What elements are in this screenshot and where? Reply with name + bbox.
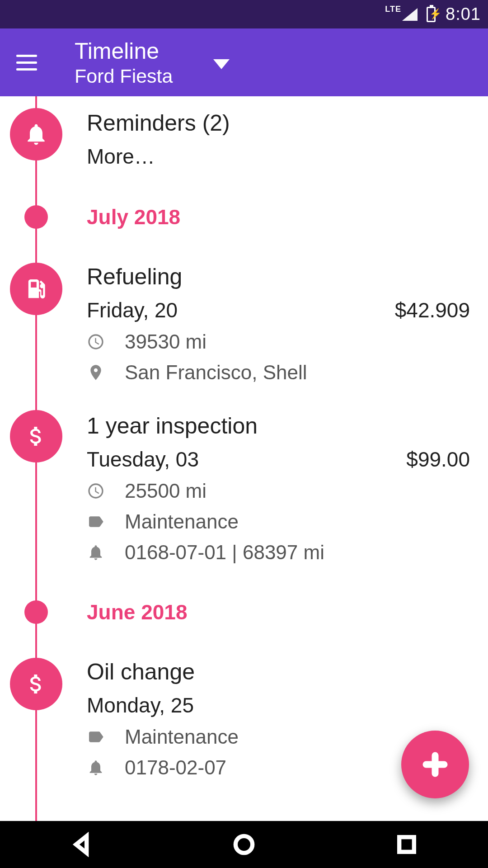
app-bar: Timeline Ford Fiesta bbox=[0, 28, 488, 96]
bell-icon bbox=[87, 543, 105, 561]
month-label: July 2018 bbox=[87, 205, 470, 229]
inspection-entry[interactable]: 1 year inspection Tuesday, 03 $99.00 255… bbox=[0, 399, 488, 579]
refueling-odometer: 39530 mi bbox=[125, 330, 206, 353]
oilchange-title: Oil change bbox=[87, 659, 470, 685]
reminders-entry[interactable]: Reminders (2) More… bbox=[0, 96, 488, 184]
fuel-node-icon bbox=[10, 263, 62, 315]
month-dot-icon bbox=[24, 600, 48, 624]
dollar-node-icon bbox=[10, 410, 62, 462]
bell-icon bbox=[87, 759, 105, 777]
plus-icon bbox=[422, 751, 449, 778]
month-label: June 2018 bbox=[87, 600, 470, 624]
refueling-odometer-row: 39530 mi bbox=[87, 330, 470, 353]
inspection-odometer-row: 25500 mi bbox=[87, 480, 470, 502]
add-fab-button[interactable] bbox=[401, 731, 469, 798]
oilchange-date: Monday, 25 bbox=[87, 693, 194, 717]
inspection-reminder-row: 0168-07-01 | 68397 mi bbox=[87, 541, 470, 564]
inspection-category-row: Maintenance bbox=[87, 510, 470, 533]
bell-icon bbox=[23, 122, 49, 147]
month-separator-july: July 2018 bbox=[0, 184, 488, 250]
android-status-bar: LTE ⚡ 8:01 bbox=[0, 0, 488, 28]
fuel-pump-icon bbox=[23, 276, 49, 302]
svg-point-2 bbox=[235, 836, 252, 853]
inspection-title: 1 year inspection bbox=[87, 413, 470, 439]
refueling-location: San Francisco, Shell bbox=[125, 361, 307, 384]
menu-icon[interactable] bbox=[12, 48, 41, 77]
reminders-title: Reminders (2) bbox=[87, 110, 470, 136]
battery-icon: ⚡ bbox=[427, 7, 436, 22]
dropdown-caret-icon[interactable] bbox=[213, 59, 230, 69]
oilchange-category: Maintenance bbox=[125, 726, 239, 748]
inspection-date: Tuesday, 03 bbox=[87, 447, 199, 472]
lte-indicator: LTE bbox=[385, 5, 401, 14]
refueling-price: $42.909 bbox=[395, 298, 470, 322]
android-nav-bar bbox=[0, 821, 488, 868]
recent-apps-icon[interactable] bbox=[394, 832, 419, 857]
dollar-icon bbox=[23, 671, 49, 697]
status-time: 8:01 bbox=[446, 5, 481, 24]
gauge-icon bbox=[87, 482, 105, 500]
timeline-content[interactable]: Reminders (2) More… July 2018 Refueling … bbox=[0, 96, 488, 821]
appbar-titles[interactable]: Timeline Ford Fiesta bbox=[75, 38, 173, 87]
tag-icon bbox=[87, 728, 105, 746]
refueling-entry[interactable]: Refueling Friday, 20 $42.909 39530 mi Sa… bbox=[0, 250, 488, 399]
month-separator-june: June 2018 bbox=[0, 579, 488, 645]
appbar-subtitle: Ford Fiesta bbox=[75, 65, 173, 87]
refueling-date: Friday, 20 bbox=[87, 298, 178, 322]
bell-node-icon bbox=[10, 108, 62, 160]
home-icon[interactable] bbox=[231, 832, 257, 857]
dollar-icon bbox=[23, 424, 49, 449]
location-pin-icon bbox=[87, 363, 105, 382]
back-icon[interactable] bbox=[69, 832, 94, 857]
inspection-odometer: 25500 mi bbox=[125, 480, 206, 502]
appbar-title: Timeline bbox=[75, 38, 173, 64]
refueling-location-row: San Francisco, Shell bbox=[87, 361, 470, 384]
inspection-reminder: 0168-07-01 | 68397 mi bbox=[125, 541, 324, 564]
reminders-more[interactable]: More… bbox=[87, 144, 470, 169]
inspection-price: $99.00 bbox=[406, 447, 470, 472]
refueling-title: Refueling bbox=[87, 264, 470, 290]
svg-rect-3 bbox=[399, 837, 414, 852]
month-dot-icon bbox=[24, 205, 48, 229]
dollar-node-icon bbox=[10, 658, 62, 710]
oilchange-reminder: 0178-02-07 bbox=[125, 756, 226, 779]
signal-icon bbox=[402, 8, 418, 21]
tag-icon bbox=[87, 513, 105, 531]
gauge-icon bbox=[87, 333, 105, 351]
inspection-category: Maintenance bbox=[125, 510, 239, 533]
